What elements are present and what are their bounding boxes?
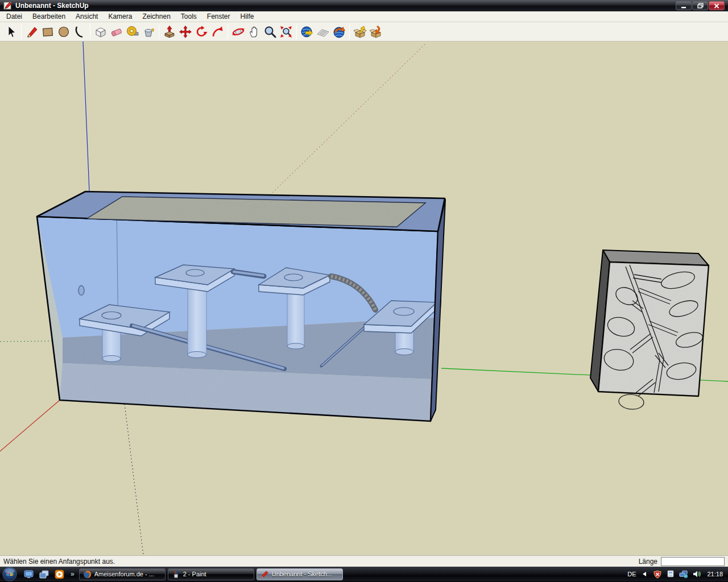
rectangle-tool-button[interactable] — [40, 24, 56, 40]
move-tool-button[interactable] — [177, 24, 193, 40]
eraser-tool-button[interactable] — [109, 24, 125, 40]
window-title: Unbenannt - SketchUp — [15, 2, 89, 10]
paint-bucket-tool-button[interactable] — [140, 24, 156, 40]
system-tray: DE — [627, 569, 728, 579]
sidebar-icon[interactable] — [666, 569, 675, 579]
google-earth-icon — [300, 25, 314, 39]
aquarium-model[interactable] — [37, 192, 445, 421]
tank-glass-front — [37, 217, 438, 421]
task-label: Unbenannt - Sketch... — [272, 571, 332, 577]
red-axis — [0, 400, 60, 451]
network-icon[interactable] — [679, 569, 688, 579]
paint-bucket-icon — [142, 25, 155, 39]
place-model-globe-icon — [332, 25, 346, 39]
toolbar-separator — [90, 24, 90, 39]
eraser-icon — [110, 25, 123, 39]
task-buttons: Ameisenforum.de - ... 2 - Paint Unbenann… — [79, 568, 343, 580]
sketchup-window: Unbenannt - SketchUp Datei Bearbeiten An… — [0, 0, 728, 582]
pan-tool-button[interactable] — [246, 24, 262, 40]
show-desktop-icon[interactable] — [23, 568, 34, 580]
measurement-label: Länge — [639, 558, 657, 566]
tape-measure-tool-button[interactable] — [125, 24, 140, 40]
arc-tool-button[interactable] — [72, 24, 88, 40]
get-current-view-tool-button[interactable] — [299, 24, 315, 40]
get-models-tool-button[interactable] — [352, 24, 368, 40]
close-button[interactable] — [709, 1, 725, 10]
push-pull-tool-button[interactable] — [162, 24, 177, 40]
sketchup-app-icon — [3, 1, 13, 10]
get-models-box-icon — [353, 25, 367, 39]
nest-block-model[interactable] — [590, 250, 709, 410]
magnifier-icon — [263, 25, 277, 39]
switch-windows-icon[interactable] — [38, 568, 49, 580]
quick-launch-bar — [23, 568, 65, 580]
share-models-tool-button[interactable] — [368, 24, 384, 40]
pencil-icon — [25, 25, 39, 39]
tape-measure-icon — [126, 25, 139, 39]
menu-fenster[interactable]: Fenster — [202, 12, 235, 21]
toolbar-separator — [349, 24, 350, 39]
select-tool-button[interactable] — [3, 24, 19, 40]
status-bar: Wählen Sie einen Anfangspunkt aus. Länge — [0, 555, 728, 567]
blue-axis — [83, 41, 89, 191]
green-axis-negative — [0, 341, 52, 342]
task-label: Ameisenforum.de - ... — [94, 571, 154, 577]
restore-button[interactable] — [692, 1, 708, 10]
security-shield-icon[interactable] — [653, 569, 662, 579]
make-component-tool-button[interactable] — [93, 24, 109, 40]
circle-icon — [57, 25, 71, 39]
model-scene[interactable] — [0, 41, 728, 555]
circle-tool-button[interactable] — [56, 24, 72, 40]
language-indicator[interactable]: DE — [627, 571, 636, 577]
menu-datei[interactable]: Datei — [1, 12, 27, 21]
blue-axis-negative — [125, 404, 143, 555]
taskbar-clock[interactable]: 21:18 — [707, 571, 723, 577]
zoom-tool-button[interactable] — [262, 24, 278, 40]
measurement-input[interactable] — [661, 557, 725, 566]
paint-icon — [172, 570, 180, 579]
task-button-firefox[interactable]: Ameisenforum.de - ... — [79, 568, 166, 580]
offset-tool-button[interactable] — [209, 24, 225, 40]
component-box-icon — [94, 25, 107, 39]
media-player-icon[interactable] — [53, 568, 65, 580]
menu-zeichnen[interactable]: Zeichnen — [137, 12, 175, 21]
menu-bar: Datei Bearbeiten Ansicht Kamera Zeichnen… — [0, 11, 728, 22]
quick-launch-overflow-chevron[interactable]: » — [71, 570, 75, 578]
menu-tools[interactable]: Tools — [176, 12, 202, 21]
toolbar-separator — [21, 24, 22, 39]
windows-orb-icon — [2, 567, 17, 581]
task-label: 2 - Paint — [183, 571, 206, 577]
pan-hand-icon — [247, 25, 261, 39]
arc-icon — [73, 25, 86, 39]
menu-kamera[interactable]: Kamera — [103, 12, 137, 21]
menu-bearbeiten[interactable]: Bearbeiten — [27, 12, 71, 21]
offset-arc-icon — [210, 25, 224, 39]
zoom-extents-tool-button[interactable] — [278, 24, 294, 40]
sketchup-icon — [260, 570, 269, 579]
task-button-paint[interactable]: 2 - Paint — [168, 568, 254, 580]
tool-bar — [0, 22, 728, 41]
minimize-button[interactable] — [676, 1, 692, 10]
menu-ansicht[interactable]: Ansicht — [71, 12, 103, 21]
rotate-tool-button[interactable] — [193, 24, 209, 40]
orbit-tool-button[interactable] — [230, 24, 246, 40]
tray-collapse-chevron-icon[interactable] — [640, 569, 649, 579]
menu-hilfe[interactable]: Hilfe — [235, 12, 259, 21]
status-hint: Wählen Sie einen Anfangspunkt aus. — [3, 558, 115, 566]
orbit-icon — [231, 25, 245, 39]
volume-icon[interactable] — [692, 569, 701, 579]
start-button[interactable] — [0, 567, 19, 581]
share-models-box-icon — [369, 25, 383, 39]
line-tool-button[interactable] — [24, 24, 40, 40]
drawing-canvas[interactable] — [0, 41, 728, 555]
rectangle-icon — [41, 25, 55, 39]
title-bar: Unbenannt - SketchUp — [0, 0, 728, 11]
toggle-terrain-tool-button[interactable] — [315, 24, 331, 40]
terrain-plane-icon — [316, 25, 330, 39]
rotate-arrows-icon — [195, 25, 208, 39]
task-button-sketchup[interactable]: Unbenannt - Sketch... — [257, 568, 343, 580]
place-model-tool-button[interactable] — [331, 24, 347, 40]
toolbar-separator — [296, 24, 297, 39]
move-arrows-icon — [179, 25, 192, 39]
zoom-extents-icon — [279, 25, 293, 39]
